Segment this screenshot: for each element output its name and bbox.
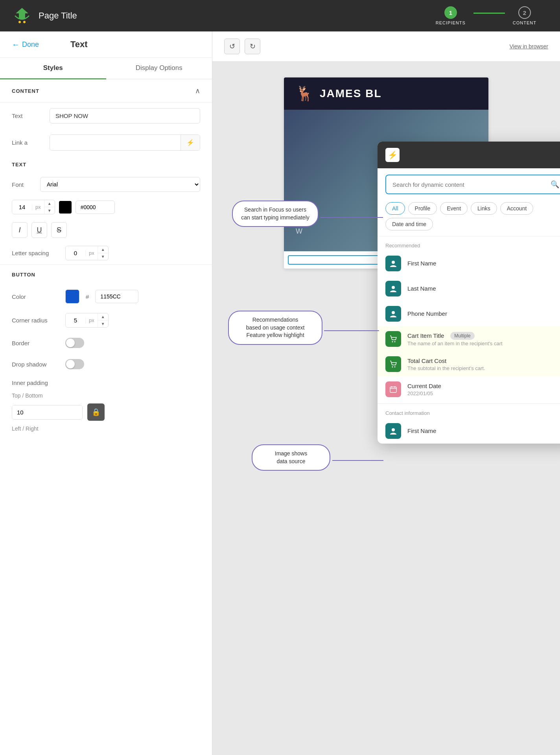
lock-button[interactable]: 🔒 [87,403,105,421]
contact-first-info: First Name [407,427,560,435]
callout-search-focus: Search in Focus so userscan start typing… [232,201,319,227]
text-label: Text [12,112,43,119]
dynamic-content-popup: ⚡ 🔍 All Profile Event [378,142,560,444]
link-dynamic-icon[interactable]: ⚡ [181,135,200,150]
link-label: Link a [12,139,43,146]
letter-spacing-input[interactable] [66,246,85,260]
back-arrow-icon: ← [12,40,20,49]
corner-up[interactable]: ▲ [98,313,108,320]
button-color-swatch[interactable] [65,289,79,304]
first-name-icon [385,256,401,271]
format-row: I U S [0,218,212,242]
corner-radius-input[interactable] [66,313,85,327]
current-date-value: 2022/01/05 [407,390,560,396]
item-current-date[interactable]: Current Date 2022/01/05 [378,377,560,402]
link-field-row: Link a ⚡ [0,129,212,156]
first-name-label: First Name [407,260,436,267]
brand-name: JAMES BL [320,87,382,100]
text-section-title: TEXT [12,162,26,168]
main-layout: ← Done Text Styles Display Options CONTE… [0,31,560,755]
dropshadow-toggle[interactable] [65,359,84,369]
undo-button[interactable]: ↺ [224,39,240,54]
link-input[interactable] [50,135,181,150]
corner-radius-stepper: ▲ ▼ [98,313,108,327]
cart-cost-icon [385,356,401,372]
button-color-input[interactable] [95,290,138,303]
button-color-row: Color # [0,285,212,308]
chip-profile[interactable]: Profile [408,202,437,215]
chip-event-label: Event [447,205,461,212]
italic-button[interactable]: I [12,222,28,238]
inner-padding-input[interactable] [12,405,83,419]
current-date-info: Current Date 2022/01/05 [407,383,560,396]
phone-number-info: Phone Number [407,310,560,317]
border-toggle[interactable] [65,338,84,348]
item-cart-title[interactable]: Cart Item Title Multiple The name of an … [378,326,560,352]
svg-point-9 [394,366,396,368]
popup-header: ⚡ [378,142,560,168]
right-toolbar: ↺ ↻ View in browser [212,31,560,62]
font-size-down[interactable]: ▼ [44,207,55,214]
corner-down[interactable]: ▼ [98,320,108,327]
done-button[interactable]: ← Done [12,40,39,49]
underline-button[interactable]: U [31,222,47,238]
font-size-box: px ▲ ▼ [12,200,55,214]
font-select[interactable]: Arial Helvetica Georgia [40,177,200,192]
last-name-icon [385,281,401,296]
svg-rect-10 [390,387,396,392]
text-section-header: TEXT [0,156,212,173]
chip-all-label: All [392,205,398,212]
letter-spacing-label: Letter spacing [12,250,59,256]
font-color-swatch[interactable] [59,201,72,214]
chip-links[interactable]: Links [471,202,497,215]
first-name-info: First Name [407,260,560,267]
chip-account[interactable]: Account [500,202,534,215]
font-size-up[interactable]: ▲ [44,200,55,207]
text-input[interactable] [50,108,200,123]
border-row: Border [0,332,212,354]
callout-line-3 [332,460,383,461]
tab-display-options[interactable]: Display Options [106,58,212,79]
item-cart-cost[interactable]: Total Cart Cost The subtotal in the reci… [378,352,560,377]
dropshadow-row: Drop shadow [0,354,212,375]
hash-symbol: # [86,293,89,300]
phone-number-label: Phone Number [407,310,447,317]
letter-spacing-stepper: ▲ ▼ [98,246,108,260]
chip-event[interactable]: Event [440,202,468,215]
content-section-header: CONTENT ∧ [0,79,212,103]
chip-date[interactable]: Date and time [385,218,433,230]
search-input[interactable] [386,177,544,193]
sub-header: ← Done Text [0,31,212,58]
last-name-info: Last Name [407,285,560,292]
item-phone-number[interactable]: Phone Number [378,301,560,326]
tabs-row: Styles Display Options [0,58,212,79]
callout-recommendations: Recommendationsbased on usage contextFea… [228,311,322,345]
done-label: Done [22,41,39,49]
panel-title: Text [70,39,88,50]
current-date-icon [385,381,401,397]
font-row: Font Arial Helvetica Georgia [0,173,212,196]
item-first-name[interactable]: First Name [378,251,560,276]
strikethrough-button[interactable]: S [51,222,67,238]
step-1-circle: 1 [444,6,457,19]
collapse-icon[interactable]: ∧ [195,87,200,95]
tab-styles[interactable]: Styles [0,58,106,79]
inner-padding-wrap: px ▲ ▼ [12,405,83,420]
redo-icon: ↻ [250,42,256,51]
font-color-input[interactable] [76,201,115,214]
letter-spacing-down[interactable]: ▼ [98,253,108,260]
link-input-wrap: ⚡ [50,134,200,151]
cart-cost-desc: The subtotal in the recipient's cart. [407,365,560,371]
item-contact-first[interactable]: First Name [378,418,560,444]
letter-spacing-up[interactable]: ▲ [98,246,108,253]
letter-spacing-row: Letter spacing px ▲ ▼ [0,242,212,264]
top-bottom-label: Top / Bottom [12,392,43,399]
font-size-input[interactable] [12,200,32,214]
letter-spacing-box: px ▲ ▼ [65,246,109,260]
border-label: Border [12,340,59,346]
view-browser-link[interactable]: View in browser [509,43,548,50]
chip-all[interactable]: All [385,202,405,215]
item-last-name[interactable]: Last Name [378,276,560,301]
redo-button[interactable]: ↻ [245,39,260,54]
left-right-label: Left / Right [12,425,39,432]
